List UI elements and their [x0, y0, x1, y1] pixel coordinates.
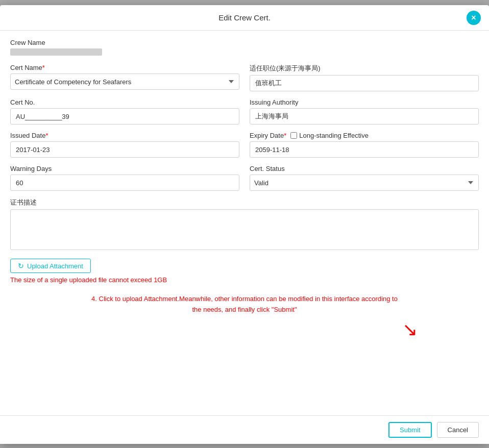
modal-body: Crew Name Cert Name* Certificate of Comp…	[0, 31, 489, 415]
warning-days-col: Warning Days	[10, 165, 239, 191]
issued-date-col: Issued Date*	[10, 132, 239, 158]
cert-no-col: Cert No.	[10, 98, 239, 125]
description-row: 证书描述	[10, 198, 479, 252]
crew-name-section: Crew Name	[10, 39, 479, 56]
long-standing-checkbox[interactable]	[290, 132, 297, 139]
cert-no-label: Cert No.	[10, 98, 239, 106]
cert-status-select[interactable]: Valid Invalid	[250, 175, 479, 191]
cert-name-row: Cert Name* Certificate of Competency for…	[10, 64, 479, 91]
description-col: 证书描述	[10, 198, 479, 252]
edit-crew-cert-modal: Edit Crew Cert. × Crew Name Cert Name* C…	[0, 5, 489, 444]
file-size-note: The size of a single uploaded file canno…	[10, 276, 479, 284]
crew-name-label: Crew Name	[10, 39, 479, 46]
issuing-authority-label: Issuing Authority	[250, 98, 479, 106]
position-label: 适任职位(来源于海事局)	[250, 64, 479, 73]
expiry-date-header: Expiry Date* Long-standing Effective	[250, 132, 479, 139]
description-label: 证书描述	[10, 198, 479, 207]
cert-status-col: Cert. Status Valid Invalid	[250, 165, 479, 191]
annotation-section: 4. Click to upload Attachment.Meanwhile,…	[10, 294, 479, 339]
description-textarea[interactable]	[10, 209, 479, 250]
modal-footer: Submit Cancel	[0, 415, 489, 444]
submit-button[interactable]: Submit	[388, 422, 431, 438]
cert-no-input[interactable]	[10, 108, 239, 125]
issuing-authority-value: 上海海事局	[250, 108, 479, 125]
modal-header: Edit Crew Cert. ×	[0, 5, 489, 31]
warning-days-input[interactable]	[10, 175, 239, 191]
annotation-text: 4. Click to upload Attachment.Meanwhile,…	[91, 294, 398, 315]
arrow-down-icon: ↘	[402, 320, 418, 339]
annotation-arrow: ↘	[10, 320, 479, 339]
cert-name-col: Cert Name* Certificate of Competency for…	[10, 64, 239, 91]
dates-row: Issued Date* Expiry Date* Long-standing …	[10, 132, 479, 158]
cancel-button[interactable]: Cancel	[437, 422, 479, 438]
expiry-date-label: Expiry Date*	[250, 132, 286, 139]
upload-icon: ↻	[18, 262, 24, 270]
crew-name-value-blurred	[10, 48, 102, 56]
cert-name-required: *	[42, 64, 45, 71]
cert-status-label: Cert. Status	[250, 165, 479, 172]
position-col: 适任职位(来源于海事局) 值班机工	[250, 64, 479, 91]
expiry-date-input[interactable]	[250, 141, 479, 158]
upload-attachment-button[interactable]: ↻ Upload Attachment	[10, 259, 91, 273]
cert-name-select[interactable]: Certificate of Competency for Seafarers	[10, 73, 239, 90]
warning-days-label: Warning Days	[10, 165, 239, 172]
expiry-date-col: Expiry Date* Long-standing Effective	[250, 132, 479, 158]
warning-status-row: Warning Days Cert. Status Valid Invalid	[10, 165, 479, 191]
modal-title: Edit Crew Cert.	[218, 13, 271, 22]
cert-no-row: Cert No. Issuing Authority 上海海事局	[10, 98, 479, 125]
issued-date-label: Issued Date*	[10, 132, 239, 139]
issuing-authority-col: Issuing Authority 上海海事局	[250, 98, 479, 125]
issued-date-input[interactable]	[10, 141, 239, 158]
cert-name-label: Cert Name*	[10, 64, 239, 71]
upload-section: ↻ Upload Attachment The size of a single…	[10, 259, 479, 284]
close-button[interactable]: ×	[467, 11, 481, 25]
position-value: 值班机工	[250, 75, 479, 91]
long-standing-label[interactable]: Long-standing Effective	[290, 132, 369, 139]
